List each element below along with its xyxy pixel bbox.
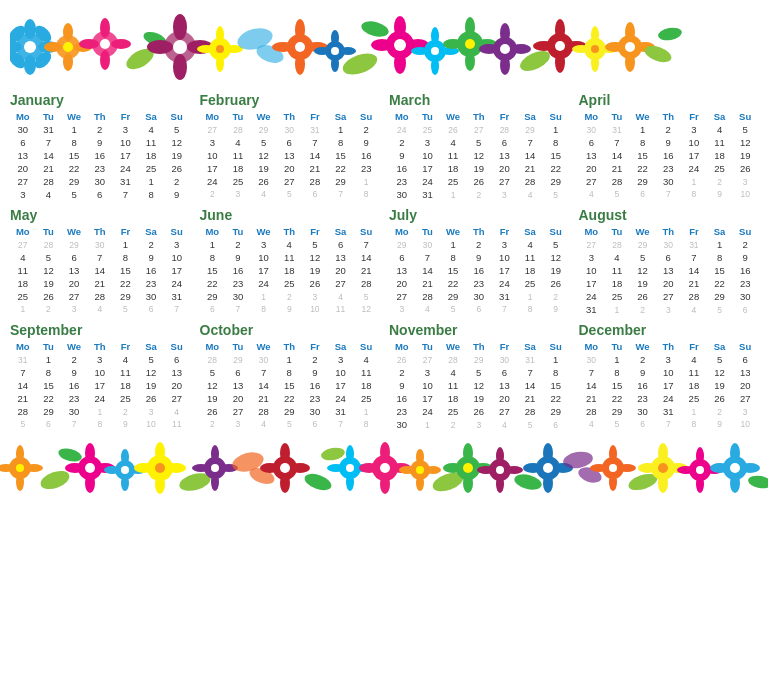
- calendar-day[interactable]: 8: [440, 251, 466, 264]
- calendar-day[interactable]: 28: [415, 290, 441, 303]
- calendar-day[interactable]: 12: [164, 136, 190, 149]
- calendar-day[interactable]: 22: [543, 392, 569, 405]
- calendar-day[interactable]: 16: [389, 162, 415, 175]
- calendar-day[interactable]: 22: [113, 277, 139, 290]
- calendar-day[interactable]: 6: [328, 238, 354, 251]
- calendar-day[interactable]: 30: [225, 290, 251, 303]
- calendar-day[interactable]: 8: [251, 303, 277, 315]
- calendar-day[interactable]: 12: [353, 303, 379, 315]
- calendar-day[interactable]: 7: [655, 188, 681, 200]
- calendar-day[interactable]: 29: [61, 238, 87, 251]
- calendar-day[interactable]: 4: [87, 303, 113, 315]
- calendar-day[interactable]: 7: [225, 303, 251, 315]
- calendar-day[interactable]: 6: [466, 303, 492, 315]
- calendar-day[interactable]: 24: [655, 392, 681, 405]
- calendar-day[interactable]: 28: [517, 175, 543, 188]
- calendar-day[interactable]: 15: [707, 264, 733, 277]
- calendar-day[interactable]: 31: [113, 175, 139, 188]
- calendar-day[interactable]: 31: [604, 123, 630, 136]
- calendar-day[interactable]: 8: [681, 188, 707, 200]
- calendar-day[interactable]: 10: [415, 379, 441, 392]
- calendar-day[interactable]: 1: [604, 353, 630, 366]
- calendar-day[interactable]: 16: [61, 379, 87, 392]
- calendar-day[interactable]: 30: [415, 238, 441, 251]
- calendar-day[interactable]: 3: [225, 188, 251, 200]
- calendar-day[interactable]: 8: [353, 418, 379, 430]
- calendar-day[interactable]: 5: [61, 188, 87, 201]
- calendar-day[interactable]: 8: [328, 136, 354, 149]
- calendar-day[interactable]: 4: [707, 123, 733, 136]
- calendar-day[interactable]: 29: [328, 175, 354, 188]
- calendar-day[interactable]: 6: [164, 353, 190, 366]
- calendar-day[interactable]: 17: [87, 379, 113, 392]
- calendar-day[interactable]: 3: [10, 188, 36, 201]
- calendar-day[interactable]: 21: [36, 162, 62, 175]
- calendar-day[interactable]: 21: [604, 162, 630, 175]
- calendar-day[interactable]: 17: [328, 379, 354, 392]
- calendar-day[interactable]: 20: [492, 162, 518, 175]
- calendar-day[interactable]: 28: [681, 290, 707, 303]
- calendar-day[interactable]: 1: [113, 238, 139, 251]
- calendar-day[interactable]: 28: [517, 405, 543, 418]
- calendar-day[interactable]: 30: [655, 238, 681, 251]
- calendar-day[interactable]: 1: [138, 175, 164, 188]
- calendar-day[interactable]: 11: [113, 366, 139, 379]
- calendar-day[interactable]: 11: [10, 264, 36, 277]
- calendar-day[interactable]: 1: [353, 175, 379, 188]
- calendar-day[interactable]: 30: [655, 175, 681, 188]
- calendar-day[interactable]: 6: [138, 303, 164, 315]
- calendar-day[interactable]: 24: [579, 290, 605, 303]
- calendar-day[interactable]: 5: [543, 188, 569, 201]
- calendar-day[interactable]: 7: [251, 366, 277, 379]
- calendar-day[interactable]: 7: [655, 418, 681, 430]
- calendar-day[interactable]: 5: [353, 290, 379, 303]
- calendar-day[interactable]: 4: [604, 251, 630, 264]
- calendar-day[interactable]: 9: [732, 251, 758, 264]
- calendar-day[interactable]: 5: [113, 303, 139, 315]
- calendar-day[interactable]: 3: [492, 238, 518, 251]
- calendar-day[interactable]: 3: [138, 405, 164, 418]
- calendar-day[interactable]: 14: [87, 264, 113, 277]
- calendar-day[interactable]: 10: [492, 251, 518, 264]
- calendar-day[interactable]: 2: [707, 405, 733, 418]
- calendar-day[interactable]: 3: [328, 353, 354, 366]
- calendar-day[interactable]: 7: [328, 188, 354, 200]
- calendar-day[interactable]: 20: [579, 162, 605, 175]
- calendar-day[interactable]: 6: [10, 136, 36, 149]
- calendar-day[interactable]: 10: [302, 303, 328, 315]
- calendar-day[interactable]: 2: [630, 353, 656, 366]
- calendar-day[interactable]: 29: [543, 405, 569, 418]
- calendar-day[interactable]: 9: [138, 251, 164, 264]
- calendar-day[interactable]: 20: [276, 162, 302, 175]
- calendar-day[interactable]: 5: [604, 418, 630, 430]
- calendar-day[interactable]: 27: [10, 238, 36, 251]
- calendar-day[interactable]: 6: [87, 188, 113, 201]
- calendar-day[interactable]: 3: [655, 303, 681, 316]
- calendar-day[interactable]: 26: [732, 162, 758, 175]
- calendar-day[interactable]: 14: [681, 264, 707, 277]
- calendar-day[interactable]: 1: [681, 175, 707, 188]
- calendar-day[interactable]: 2: [276, 290, 302, 303]
- calendar-day[interactable]: 12: [707, 366, 733, 379]
- calendar-day[interactable]: 24: [492, 277, 518, 290]
- calendar-day[interactable]: 4: [138, 123, 164, 136]
- calendar-day[interactable]: 30: [10, 123, 36, 136]
- calendar-day[interactable]: 18: [707, 149, 733, 162]
- calendar-day[interactable]: 5: [466, 136, 492, 149]
- calendar-day[interactable]: 12: [732, 136, 758, 149]
- calendar-day[interactable]: 2: [707, 175, 733, 188]
- calendar-day[interactable]: 13: [579, 149, 605, 162]
- calendar-day[interactable]: 6: [630, 418, 656, 430]
- calendar-day[interactable]: 19: [36, 277, 62, 290]
- calendar-day[interactable]: 1: [707, 238, 733, 251]
- calendar-day[interactable]: 19: [200, 392, 226, 405]
- calendar-day[interactable]: 7: [517, 366, 543, 379]
- calendar-day[interactable]: 28: [492, 123, 518, 136]
- calendar-day[interactable]: 28: [604, 175, 630, 188]
- calendar-day[interactable]: 12: [138, 366, 164, 379]
- calendar-day[interactable]: 6: [200, 303, 226, 315]
- calendar-day[interactable]: 4: [251, 188, 277, 200]
- calendar-day[interactable]: 10: [732, 188, 758, 200]
- calendar-day[interactable]: 3: [200, 136, 226, 149]
- calendar-day[interactable]: 26: [466, 405, 492, 418]
